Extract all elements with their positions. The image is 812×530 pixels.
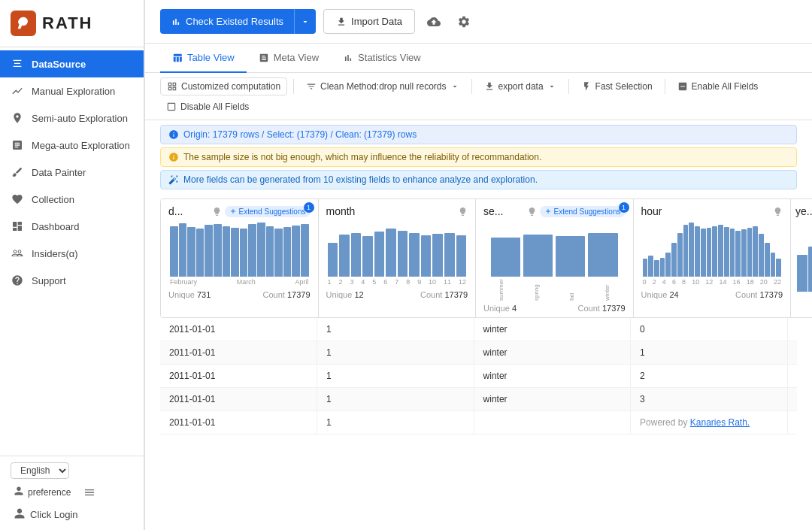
col-card-month: month (319, 199, 477, 317)
col-card-d: d... Extend Suggestions 1 (161, 199, 319, 317)
bar-chart-ye (795, 235, 812, 292)
logo-icon (11, 11, 36, 36)
customized-computation-button[interactable]: Customized computation (160, 77, 287, 95)
login-button[interactable]: Click Login (11, 505, 133, 524)
sidebar-nav: DataSource Manual Exploration Semi-auto … (0, 47, 144, 456)
insiders-icon (11, 247, 24, 260)
data-table: 2011-01-01 1 winter 0 201... 2011-01-01 … (160, 318, 797, 435)
col-stats-hour: Unique 24 Count 17379 (641, 290, 783, 299)
cell: winter (474, 365, 631, 388)
check-results-label: Check Existed Results (186, 16, 283, 27)
grid-icon (167, 81, 177, 92)
column-cards: d... Extend Suggestions 1 (160, 198, 812, 318)
download-icon (484, 81, 495, 92)
chevron-down-small-icon (450, 82, 459, 91)
disable-all-fields-button[interactable]: Disable All Fields (160, 98, 255, 115)
lightning-icon (581, 81, 592, 92)
cloud-upload-button[interactable] (423, 11, 445, 33)
list-icon-button[interactable] (81, 484, 98, 501)
meta-icon (259, 53, 269, 63)
sidebar-item-megaauto[interactable]: Mega-auto Exploration (0, 132, 144, 159)
language-select[interactable]: English (11, 462, 69, 479)
settings-button[interactable] (453, 11, 475, 33)
sidebar-item-label: Dashboard (32, 221, 80, 232)
checkbox-unchecked-icon (166, 101, 177, 112)
table-row: 2011-01-01 1 winter 2 201... (160, 365, 797, 388)
info-bars: Origin: 17379 rows / Select: (17379) / C… (145, 120, 812, 192)
tab-meta[interactable]: Meta View (247, 44, 331, 73)
main-content: Check Existed Results Import Data Table … (144, 0, 812, 530)
cell: 2011-01-01 (160, 365, 317, 388)
sidebar-item-insiders[interactable]: Insiders(α) (0, 240, 144, 267)
login-icon (14, 507, 26, 522)
sidebar-item-dashboard[interactable]: Dashboard (0, 213, 144, 240)
tab-statistics[interactable]: Statistics View (331, 44, 433, 73)
sidebar-item-painter[interactable]: Data Painter (0, 159, 144, 186)
check-results-split-button[interactable]: Check Existed Results (160, 9, 316, 34)
tabs-bar: Table View Meta View Statistics View (145, 44, 812, 73)
cell: 3 (631, 388, 788, 411)
suggestion-bar: More fields can be generated from 10 exi… (160, 170, 797, 189)
bar-labels-se: summer spring fall winter (483, 278, 626, 301)
cell: Powered by Kanaries Rath. (631, 411, 788, 435)
suggestion-text: More fields can be generated from 10 exi… (183, 174, 538, 185)
sidebar-item-label: DataSource (32, 59, 86, 70)
col-name-month: month (326, 205, 356, 217)
sidebar-item-support[interactable]: Support (0, 267, 144, 294)
language-selector[interactable]: English (11, 462, 133, 479)
check-results-dropdown[interactable] (294, 9, 316, 34)
info-icon (168, 129, 179, 140)
upload-icon (336, 17, 347, 27)
semiauto-icon (11, 111, 24, 125)
sidebar-item-semiauto[interactable]: Semi-auto Exploration (0, 104, 144, 132)
stats-bar: Origin: 17379 rows / Select: (17379) / C… (160, 125, 797, 144)
extend-badge-d[interactable]: Extend Suggestions 1 (225, 206, 311, 217)
export-data-button[interactable]: export data (478, 78, 562, 95)
cell: 2011-01-01 (160, 388, 317, 411)
preference-button[interactable]: preference (11, 483, 74, 501)
warning-text: The sample size is not big enough, which… (183, 152, 541, 162)
collection-icon (11, 192, 24, 206)
sidebar-item-collection[interactable]: Collection (0, 186, 144, 213)
filter-icon (306, 81, 317, 92)
sidebar-item-label: Data Painter (32, 167, 86, 178)
data-area: d... Extend Suggestions 1 (145, 192, 812, 530)
check-results-button[interactable]: Check Existed Results (160, 9, 294, 34)
sidebar: RATH DataSource Manual Exploration Semi-… (0, 0, 144, 530)
cell: 201... (787, 318, 797, 341)
import-data-button[interactable]: Import Data (323, 9, 415, 34)
sidebar-logo: RATH (0, 0, 144, 47)
preference-label: preference (28, 487, 71, 498)
bar-labels-d: February March April (168, 278, 311, 286)
fast-selection-button[interactable]: Fast Selection (575, 78, 659, 95)
login-label: Click Login (30, 509, 78, 520)
extend-badge-se[interactable]: Extend Suggestions 1 (540, 206, 626, 217)
col-stats-d: Unique 731 Count 17379 (168, 290, 311, 299)
table-row: 2011-01-01 1 winter 1 201... (160, 341, 797, 365)
sidebar-item-label: Semi-auto Exploration (32, 113, 128, 124)
sidebar-item-datasource[interactable]: DataSource (0, 50, 144, 77)
enable-all-fields-button[interactable]: Enable All Fields (671, 78, 765, 95)
bar-chart-hour (641, 220, 783, 277)
sidebar-item-label: Mega-auto Exploration (32, 140, 130, 151)
col-card-hour: hour (634, 199, 792, 317)
clean-method-button[interactable]: Clean Method:drop null records (300, 78, 465, 95)
col-name-se: se... (483, 205, 503, 217)
powered-by-link[interactable]: Kanaries Rath. (690, 417, 750, 428)
col-card-se: se... Extend Suggestions 1 (476, 199, 634, 317)
dashboard-icon (11, 220, 24, 233)
cell: 1 (317, 318, 474, 341)
bulb-icon-hour (773, 207, 783, 217)
cell: 2 (631, 365, 788, 388)
customized-computation-label: Customized computation (181, 81, 280, 92)
warning-bar: The sample size is not big enough, which… (160, 147, 797, 167)
cell: 1 (317, 411, 474, 435)
chart-icon (171, 17, 181, 27)
export-data-label: export data (498, 81, 544, 92)
stats-text: Origin: 17379 rows / Select: (17379) / C… (183, 129, 417, 140)
tab-table[interactable]: Table View (160, 44, 247, 73)
col-name-d: d... (168, 205, 183, 217)
extend-num-se: 1 (619, 202, 629, 213)
sidebar-item-manual[interactable]: Manual Exploration (0, 77, 144, 104)
toolbar: Customized computation Clean Method:drop… (145, 73, 812, 120)
